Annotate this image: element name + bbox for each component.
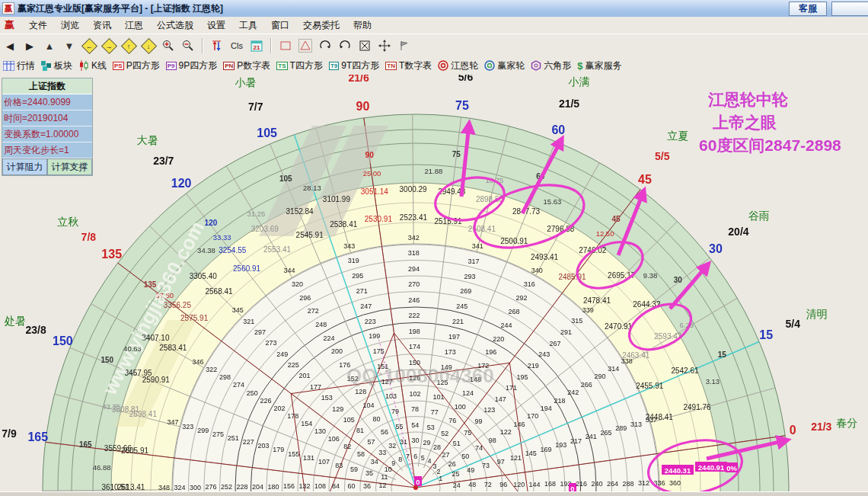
svg-text:2590.91: 2590.91 [142, 376, 171, 384]
calc-support-button[interactable]: 计算支撑 [47, 158, 92, 175]
menu-bar: 赢 文件浏览资讯江恩公式选股设置工具窗口交易委托帮助 [0, 17, 868, 34]
svg-text:245: 245 [456, 302, 468, 310]
menu-item-2[interactable]: 资讯 [86, 18, 118, 32]
ribbon-label: 江恩轮 [451, 59, 478, 72]
zoom-in-icon[interactable] [159, 37, 177, 54]
svg-text:3610.51: 3610.51 [101, 483, 129, 491]
ribbon-item-9T四方形[interactable]: T99T四方形 [329, 59, 379, 72]
svg-text:314: 314 [608, 365, 619, 373]
highlight-price: 0 [570, 485, 574, 492]
diamond-left-icon[interactable]: ← [80, 37, 98, 54]
svg-text:立秋: 立秋 [57, 216, 78, 228]
kline-icon [78, 60, 89, 71]
cls-icon[interactable]: Cls [228, 37, 246, 54]
svg-text:217: 217 [570, 437, 582, 445]
menu-item-5[interactable]: 设置 [200, 18, 232, 32]
svg-text:180: 180 [268, 483, 279, 491]
ribbon-item-T数字表[interactable]: TNT数字表 [385, 59, 432, 72]
svg-text:324: 324 [174, 484, 186, 491]
updown-arrows-icon[interactable] [208, 37, 226, 54]
up-icon[interactable]: ▲ [40, 37, 59, 54]
svg-text:5/4: 5/4 [785, 318, 800, 330]
arc-cw-icon[interactable] [316, 37, 334, 54]
svg-text:154: 154 [301, 420, 312, 427]
svg-text:219: 219 [528, 362, 539, 370]
svg-text:4: 4 [427, 457, 431, 465]
svg-text:179: 179 [273, 446, 284, 453]
svg-text:5/6: 5/6 [458, 75, 474, 83]
ribbon-item-赢家服务[interactable]: $赢家服务 [577, 59, 621, 72]
svg-text:268: 268 [509, 308, 520, 315]
menu-item-9[interactable]: 帮助 [346, 18, 378, 32]
diamond-down-icon[interactable]: ↓ [139, 37, 158, 54]
ribbon-item-板块[interactable]: 板块 [41, 59, 72, 72]
svg-text:130: 130 [314, 427, 326, 435]
svg-text:小满: 小满 [568, 75, 589, 88]
svg-text:292: 292 [516, 294, 528, 302]
ribbon-label: 赢家轮 [497, 59, 525, 72]
triangle-tool-icon[interactable] [296, 37, 314, 54]
svg-text:177: 177 [310, 383, 321, 391]
customer-service-button[interactable]: 客服 [789, 2, 827, 16]
svg-text:21/3: 21/3 [811, 421, 831, 433]
ribbon-item-行情[interactable]: 行情 [3, 59, 35, 72]
menu-item-4[interactable]: 公式选股 [150, 18, 200, 32]
menu-item-3[interactable]: 江恩 [118, 18, 150, 32]
ribbon-item-P四方形[interactable]: PSP四方形 [113, 59, 160, 72]
svg-text:78: 78 [411, 405, 419, 413]
svg-text:2455.91: 2455.91 [636, 382, 664, 390]
rect-tool-icon[interactable] [276, 37, 295, 54]
svg-text:178: 178 [287, 412, 298, 420]
svg-text:2575.91: 2575.91 [180, 314, 209, 322]
svg-text:30: 30 [709, 242, 723, 255]
menu-item-7[interactable]: 窗口 [264, 18, 296, 32]
zoom-out-icon[interactable] [179, 37, 197, 54]
svg-text:2568.41: 2568.41 [206, 287, 234, 296]
yingjia-wheel-icon [484, 60, 495, 71]
ribbon-item-江恩轮[interactable]: 江恩轮 [438, 59, 478, 72]
ribbon-item-K线[interactable]: K线 [78, 59, 107, 72]
svg-text:120: 120 [513, 481, 525, 488]
forward-icon[interactable]: ▶ [21, 37, 39, 54]
calendar-icon[interactable]: 21 [247, 37, 266, 54]
svg-text:267: 267 [550, 340, 561, 347]
svg-text:288: 288 [623, 480, 634, 488]
anno-line-3: 60度区间2847-2898 [699, 134, 841, 157]
diamond-up-icon[interactable]: ↑ [120, 37, 138, 54]
svg-text:3559.66: 3559.66 [104, 444, 132, 453]
svg-text:271: 271 [356, 287, 368, 295]
down-icon[interactable]: ▼ [60, 37, 78, 54]
ribbon-item-T四方形[interactable]: TST四方形 [276, 59, 323, 72]
app-icon: 赢 [2, 2, 14, 14]
svg-text:228: 228 [237, 483, 248, 491]
svg-text:201: 201 [298, 372, 310, 379]
svg-text:谷雨: 谷雨 [748, 210, 770, 222]
svg-text:36: 36 [363, 482, 371, 490]
menu-item-8[interactable]: 交易委托 [296, 18, 346, 32]
ribbon-item-赢家轮[interactable]: 赢家轮 [484, 59, 525, 72]
ribbon-item-9P四方形[interactable]: P99P四方形 [166, 59, 217, 72]
svg-text:1: 1 [439, 475, 442, 482]
svg-text:241: 241 [586, 433, 597, 440]
svg-text:240: 240 [592, 480, 603, 488]
menu-item-0[interactable]: 文件 [22, 18, 54, 32]
flag-icon[interactable] [395, 37, 413, 54]
arc-ccw-icon[interactable] [336, 37, 354, 54]
svg-text:立夏: 立夏 [667, 130, 688, 142]
blocks-icon [41, 61, 52, 71]
back-icon[interactable]: ◀ [1, 37, 19, 54]
svg-text:360: 360 [669, 479, 681, 487]
index-info-panel: 上证指数 价格=2440.9099 时间=20190104 变换系数=1.000… [2, 78, 93, 176]
menu-item-6[interactable]: 工具 [232, 18, 264, 32]
diamond-right-icon[interactable]: → [100, 37, 118, 54]
quote-table-icon [3, 61, 14, 71]
ribbon-item-P数字表[interactable]: PNP数字表 [223, 59, 270, 72]
box-x-icon[interactable] [356, 37, 374, 54]
move-icon[interactable] [375, 37, 394, 54]
menu-item-1[interactable]: 浏览 [54, 18, 86, 32]
ribbon-label: 9P四方形 [179, 59, 218, 72]
ribbon-item-六角形[interactable]: 六角形 [531, 59, 571, 72]
calc-resistance-button[interactable]: 计算阻力 [2, 158, 47, 175]
partial-button[interactable] [831, 2, 868, 16]
svg-text:226: 226 [260, 397, 272, 405]
